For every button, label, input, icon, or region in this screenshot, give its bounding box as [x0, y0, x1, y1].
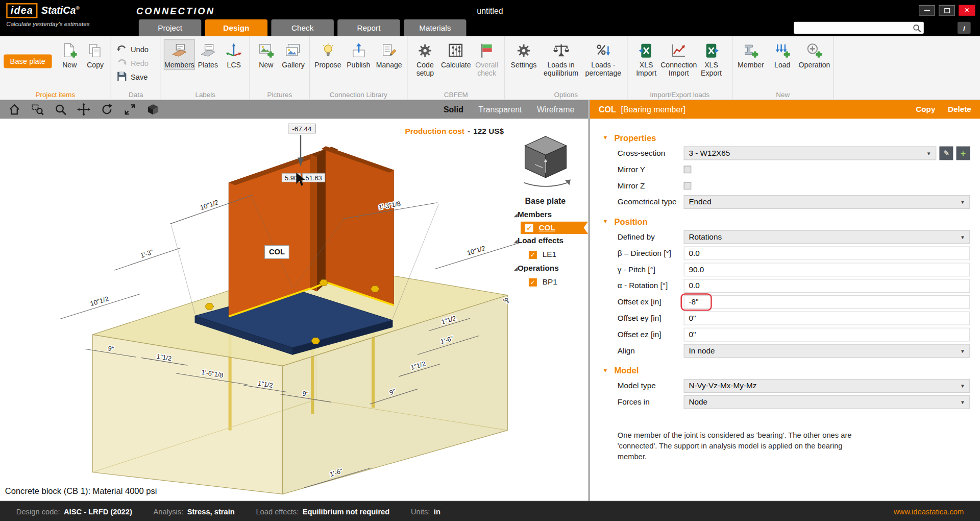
- undo-button[interactable]: Undo: [114, 43, 158, 55]
- tree-le1-label[interactable]: LE1: [543, 250, 556, 259]
- home-view-button[interactable]: [8, 103, 21, 116]
- minimize-button[interactable]: [919, 5, 935, 16]
- tree-item-col[interactable]: ✓ COL: [521, 221, 588, 233]
- offset-ez-field[interactable]: 0": [684, 328, 970, 342]
- zoom-window-button[interactable]: [31, 103, 44, 116]
- cross-section-dropdown[interactable]: 3 - W12X65 ▼: [684, 147, 937, 160]
- xls-import-button[interactable]: XLS Import: [630, 39, 663, 78]
- close-button[interactable]: ✕: [959, 5, 975, 16]
- offset-ex-field[interactable]: -8": [684, 295, 970, 309]
- design-code-value[interactable]: AISC - LRFD (2022): [64, 507, 132, 515]
- beta-direction-field[interactable]: 0.0: [684, 246, 970, 260]
- tab-design[interactable]: Design: [205, 19, 267, 36]
- analysis-value[interactable]: Stress, strain: [187, 507, 235, 515]
- loads-in-equilibrium-button[interactable]: Loads in equilibrium: [540, 39, 582, 78]
- units-value[interactable]: in: [434, 507, 440, 515]
- new-load-button[interactable]: Load: [767, 39, 798, 70]
- pan-button[interactable]: [77, 103, 91, 116]
- forces-in-dropdown[interactable]: Node ▼: [684, 395, 970, 409]
- rotate-view-button[interactable]: [100, 103, 114, 116]
- zoom-button[interactable]: [54, 103, 67, 116]
- navigation-cube[interactable]: [511, 130, 580, 192]
- section-properties[interactable]: ▼ Properties: [590, 130, 980, 145]
- new-operation-button[interactable]: Operation: [798, 39, 831, 70]
- model-type-dropdown[interactable]: N-Vy-Vz-Mx-My-Mz ▼: [684, 379, 970, 393]
- manage-button[interactable]: Manage: [374, 39, 404, 70]
- tree-bp1-label[interactable]: BP1: [543, 278, 557, 287]
- new-picture-button[interactable]: New: [253, 39, 280, 70]
- add-cross-section-button[interactable]: +: [956, 147, 970, 160]
- tree-section-members[interactable]: ◢ Members: [506, 208, 588, 222]
- analysis-label: Analysis:: [153, 507, 183, 515]
- plates-labels-button[interactable]: Plates: [195, 39, 221, 70]
- tab-materials[interactable]: Materials: [404, 19, 466, 36]
- tab-project[interactable]: Project: [139, 19, 201, 36]
- calculate-button[interactable]: Calculate: [440, 39, 472, 70]
- gallery-button[interactable]: Gallery: [280, 39, 307, 70]
- mirror-z-checkbox[interactable]: [684, 182, 692, 190]
- copy-member-button[interactable]: Copy: [916, 105, 935, 114]
- tab-report[interactable]: Report: [337, 19, 400, 36]
- propose-button[interactable]: Propose: [312, 39, 343, 70]
- gamma-pitch-field[interactable]: 90.0: [684, 263, 970, 276]
- search-input[interactable]: [794, 24, 913, 32]
- settings-button[interactable]: Settings: [507, 39, 540, 70]
- section-collapse-icon[interactable]: ▼: [602, 134, 608, 140]
- new-member-button[interactable]: Member: [735, 39, 767, 70]
- search-icon[interactable]: [913, 23, 924, 32]
- defined-by-label: Defined by: [618, 233, 684, 242]
- offset-ey-field[interactable]: 0": [684, 312, 970, 325]
- 3d-scene-canvas[interactable]: -67.44 5.90 51.63 10"1/2 1'-3"1/8: [0, 119, 588, 501]
- tree-item-le1[interactable]: ✓ LE1: [506, 248, 588, 262]
- tab-check[interactable]: Check: [271, 19, 333, 36]
- tree-col-label[interactable]: COL: [539, 223, 555, 232]
- code-setup-button[interactable]: Code setup: [410, 39, 440, 78]
- mirror-y-checkbox[interactable]: [684, 165, 692, 173]
- col-checkbox[interactable]: ✓: [525, 224, 533, 232]
- align-dropdown[interactable]: In node ▼: [684, 344, 970, 358]
- defined-by-dropdown[interactable]: Rotations ▼: [684, 230, 970, 244]
- expander-icon[interactable]: ◢: [506, 238, 517, 244]
- edit-cross-section-button[interactable]: ✎: [939, 147, 953, 160]
- xls-export-button[interactable]: XLS Export: [695, 39, 728, 78]
- bp1-checkbox[interactable]: ✓: [529, 278, 537, 286]
- load-effects-value[interactable]: Equilibrium not required: [303, 507, 390, 515]
- section-position[interactable]: ▼ Position: [590, 214, 980, 229]
- expander-icon[interactable]: ◢: [506, 266, 517, 271]
- fit-view-button[interactable]: [123, 103, 137, 116]
- section-collapse-icon[interactable]: ▼: [602, 218, 608, 224]
- clipping-box-button[interactable]: [146, 103, 160, 116]
- ribbon-group-connection-library: Propose Publish Manage Connection Librar…: [310, 36, 407, 100]
- section-collapse-icon[interactable]: ▼: [602, 367, 608, 373]
- website-link[interactable]: www.ideastatica.com: [894, 507, 964, 515]
- copy-project-item-button[interactable]: Copy: [82, 39, 108, 70]
- member-label-col[interactable]: COL: [264, 245, 289, 259]
- forces-in-label: Forces in: [618, 398, 684, 407]
- connection-import-button[interactable]: Connection Import: [663, 39, 695, 78]
- publish-button[interactable]: Publish: [343, 39, 374, 70]
- le1-checkbox[interactable]: ✓: [529, 250, 537, 258]
- tree-item-bp1[interactable]: ✓ BP1: [506, 275, 588, 289]
- loads-in-equilibrium-label: Loads in equilibrium: [542, 61, 580, 78]
- tree-section-operations[interactable]: ◢ Operations: [506, 262, 588, 275]
- save-button[interactable]: Save: [114, 70, 158, 83]
- maximize-button[interactable]: [939, 5, 955, 16]
- geometrical-type-dropdown[interactable]: Ended ▼: [684, 195, 970, 209]
- delete-member-button[interactable]: Delete: [948, 105, 971, 114]
- alpha-rotation-field[interactable]: 0.0: [684, 279, 970, 293]
- render-mode-wireframe[interactable]: Wireframe: [537, 105, 574, 114]
- section-model[interactable]: ▼ Model: [590, 363, 980, 377]
- members-labels-button[interactable]: Members: [164, 39, 195, 70]
- new-project-item-button[interactable]: New: [57, 39, 82, 70]
- redo-button[interactable]: Redo: [114, 57, 158, 69]
- expander-icon[interactable]: ◢: [506, 211, 517, 217]
- viewport-3d[interactable]: -67.44 5.90 51.63 10"1/2 1'-3"1/8: [0, 119, 588, 501]
- lcs-button[interactable]: LCS: [221, 39, 247, 70]
- base-plate-button[interactable]: Base plate: [4, 55, 52, 68]
- info-button[interactable]: i: [958, 22, 971, 34]
- overall-check-button[interactable]: Overall check: [472, 39, 502, 78]
- render-mode-transparent[interactable]: Transparent: [478, 105, 522, 114]
- tree-section-load-effects[interactable]: ◢ Load effects: [506, 234, 588, 248]
- loads-percentage-button[interactable]: Loads - percentage: [582, 39, 624, 78]
- render-mode-solid[interactable]: Solid: [444, 105, 463, 114]
